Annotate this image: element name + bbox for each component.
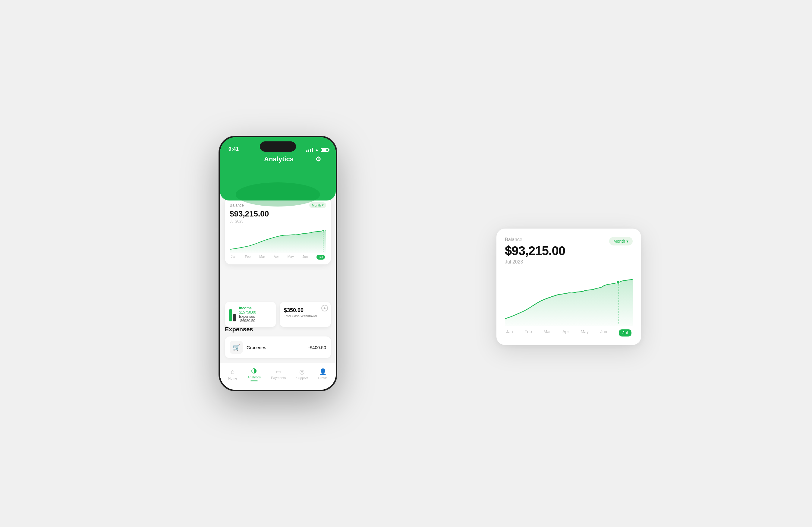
nav-item-payments[interactable]: ▭ Payments (268, 367, 289, 381)
balance-label: Balance (230, 203, 244, 208)
expenses-amount: -$6980.50 (239, 319, 272, 323)
green-blob (236, 182, 320, 206)
popup-month-jul[interactable]: Jul (619, 329, 632, 337)
groceries-icon: 🛒 (230, 341, 243, 354)
stats-row: Income $15750.00 Expenses -$6980.50 + $3… (225, 302, 331, 327)
popup-month-mar[interactable]: Mar (543, 329, 551, 337)
balance-amount: $93,215.00 (230, 209, 326, 218)
month-jan: Jan (231, 255, 236, 260)
nav-item-support[interactable]: ◎ Support (293, 366, 311, 382)
wifi-icon: ▲ (315, 147, 319, 152)
plus-icon[interactable]: + (321, 305, 328, 311)
cash-amount: $350.00 (284, 307, 327, 314)
popup-balance-amount: $93,215.00 (505, 244, 565, 258)
nav-label-payments: Payments (271, 376, 286, 380)
popup-month-apr[interactable]: Apr (563, 329, 569, 337)
nav-item-home[interactable]: ⌂ Home (225, 366, 240, 382)
stat-bars (229, 308, 236, 322)
income-label: Income (239, 306, 272, 310)
support-icon: ◎ (299, 368, 304, 375)
nav-label-analytics: Analytics (247, 375, 261, 379)
dynamic-island (260, 141, 296, 152)
large-chart (505, 272, 633, 326)
popup-month-may[interactable]: May (581, 329, 589, 337)
expense-bar (233, 314, 236, 322)
active-indicator (250, 381, 258, 381)
income-expense-card: Income $15750.00 Expenses -$6980.50 (225, 302, 276, 327)
signal-icon (306, 148, 313, 152)
month-mar: Mar (259, 255, 265, 260)
nav-item-analytics[interactable]: ◑ Analytics (244, 365, 264, 383)
stat-info: Income $15750.00 Expenses -$6980.50 (239, 306, 272, 323)
gear-icon[interactable]: ⚙ (315, 155, 321, 163)
popup-balance-label: Balance (505, 237, 565, 242)
nav-label-home: Home (228, 376, 237, 380)
balance-date: Jul 2023 (230, 219, 326, 224)
income-bar (229, 309, 232, 322)
bottom-nav: ⌂ Home ◑ Analytics ▭ Payments ◎ Support (220, 363, 336, 390)
status-icons: ▲ (306, 147, 329, 152)
expense-name: Groceries (247, 345, 305, 350)
expense-item-groceries[interactable]: 🛒 Groceries -$400.50 (225, 337, 331, 358)
payments-icon: ▭ (276, 368, 281, 375)
income-amount: $15750.00 (239, 310, 272, 314)
nav-label-profile: Profile (318, 376, 328, 380)
month-jun: Jun (302, 255, 308, 260)
popup-month-jan[interactable]: Jan (506, 329, 513, 337)
phone-device: 9:41 ▲ Analytics ⚙ (219, 136, 337, 391)
month-jul[interactable]: Jul (317, 255, 325, 260)
cash-card: + $350.00 Total Cash Withdrawal (280, 302, 331, 327)
expenses-section: Expenses 🛒 Groceries -$400.50 (225, 326, 331, 358)
expense-amount: -$400.50 (308, 345, 326, 350)
popup-balance-date: Jul 2023 (505, 259, 565, 265)
chart-months: Jan Feb Mar Apr May Jun Jul (230, 255, 326, 260)
month-feb: Feb (245, 255, 251, 260)
battery-icon (321, 148, 329, 152)
popup-month-feb[interactable]: Feb (524, 329, 532, 337)
month-badge[interactable]: Month ▾ (309, 202, 326, 208)
phone-header-content: Analytics ⚙ (220, 155, 336, 163)
cash-label: Total Cash Withdrawal (284, 314, 327, 318)
month-may: May (288, 255, 294, 260)
profile-icon: 👤 (319, 368, 327, 375)
expenses-title: Expenses (225, 326, 331, 333)
scene: 9:41 ▲ Analytics ⚙ (195, 53, 617, 474)
balance-card-popup: Balance $93,215.00 Jul 2023 Month ▾ (496, 229, 641, 345)
phone-screen: 9:41 ▲ Analytics ⚙ (220, 137, 336, 390)
balance-card: Balance Month ▾ $93,215.00 Jul 2023 (225, 198, 331, 265)
svg-point-0 (322, 229, 324, 232)
nav-item-profile[interactable]: 👤 Profile (315, 366, 331, 382)
popup-month-badge[interactable]: Month ▾ (609, 237, 633, 245)
analytics-icon: ◑ (251, 367, 257, 374)
popup-month-jun[interactable]: Jun (600, 329, 607, 337)
expenses-label: Expenses (239, 314, 272, 319)
home-icon: ⌂ (231, 368, 234, 376)
page-title: Analytics (264, 155, 293, 163)
month-apr: Apr (274, 255, 279, 260)
popup-months: Jan Feb Mar Apr May Jun Jul (505, 329, 633, 337)
nav-label-support: Support (296, 376, 308, 380)
svg-point-2 (617, 280, 620, 284)
mini-chart (230, 226, 326, 253)
